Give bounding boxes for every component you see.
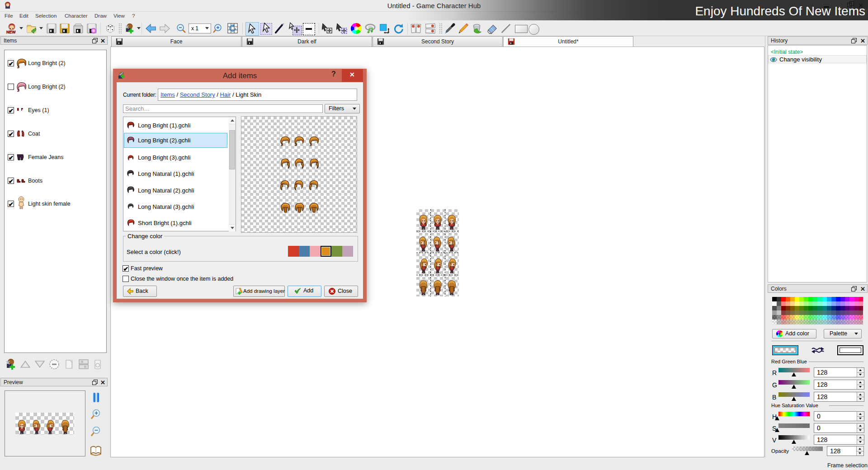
svg-text:NEW: NEW	[6, 30, 16, 34]
